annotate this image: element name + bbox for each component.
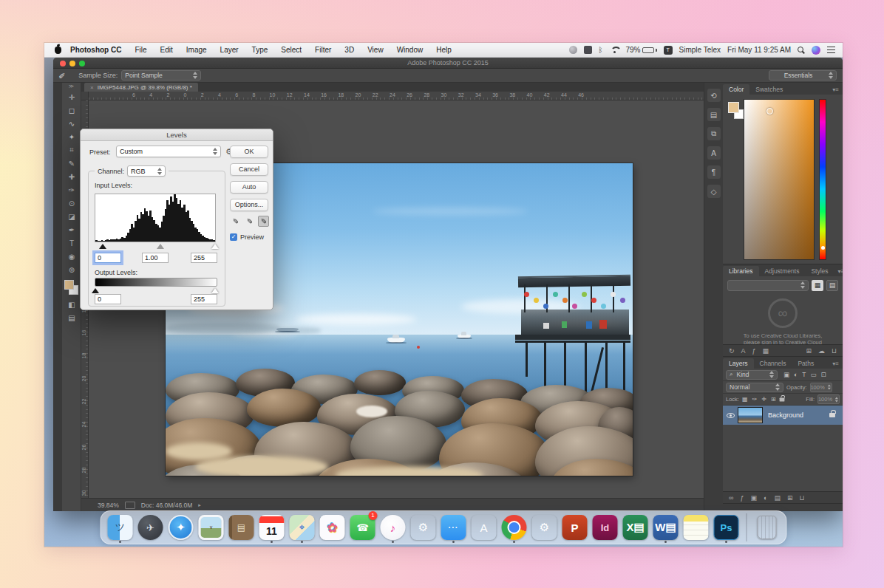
toolbar-collapse-icon[interactable]: ≫ <box>62 83 81 90</box>
screen-mode-icon[interactable]: ▤ <box>62 311 81 324</box>
dock-item-chrome[interactable] <box>501 513 528 542</box>
input-midtone-slider[interactable] <box>157 244 164 249</box>
layer-style-icon[interactable]: ƒ <box>740 494 744 502</box>
filter-smart-icon[interactable]: ⊡ <box>820 371 826 378</box>
panel-menu-icon[interactable]: ▾≡ <box>829 360 843 369</box>
lasso-tool-icon[interactable]: ∿ <box>62 117 81 130</box>
menu-select[interactable]: Select <box>281 46 302 54</box>
tab-adjustments[interactable]: Adjustments <box>759 266 806 276</box>
library-select-dropdown[interactable] <box>727 280 809 291</box>
siri-icon[interactable] <box>812 46 820 55</box>
type-tool-icon[interactable]: T <box>62 236 81 250</box>
clone-source-panel-icon[interactable]: ⧉ <box>707 127 721 140</box>
library-grid-view-button[interactable]: ▦ <box>812 280 823 291</box>
panel-foreground-swatch[interactable] <box>728 102 739 113</box>
wifi-icon[interactable] <box>610 47 619 54</box>
dock-item-trash[interactable] <box>754 513 781 542</box>
adjustment-layer-icon[interactable]: ◐ <box>764 494 767 502</box>
workspace-dropdown[interactable]: Essentials <box>769 70 837 81</box>
black-point-eyedropper-icon[interactable]: ✐ <box>230 216 241 227</box>
hue-slider[interactable] <box>819 99 826 260</box>
lock-pixels-icon[interactable]: ✑ <box>752 396 758 403</box>
sample-size-dropdown[interactable]: Point Sample <box>121 70 201 81</box>
add-library-icon[interactable]: ⊞ <box>806 347 812 355</box>
text-style-icon[interactable]: A <box>741 347 746 355</box>
dock-item-messages[interactable]: ··· <box>441 513 467 542</box>
output-shadow-slider[interactable] <box>92 288 99 293</box>
3d-panel-icon[interactable]: ◇ <box>707 185 721 198</box>
lock-all-icon[interactable] <box>779 397 784 401</box>
input-midtone-field[interactable] <box>142 253 169 263</box>
eraser-tool-icon[interactable]: ◪ <box>62 210 81 223</box>
channel-dropdown[interactable]: RGB <box>127 165 166 177</box>
dock-item-notes[interactable] <box>683 513 710 542</box>
spotlight-search-icon[interactable] <box>798 47 805 54</box>
dock-item-indesign[interactable]: Id <box>592 513 619 542</box>
status-app-icon-1[interactable] <box>569 46 577 54</box>
menu-app-name[interactable]: Photoshop CC <box>70 46 121 54</box>
options-button[interactable]: Options... <box>230 199 268 211</box>
eyedropper-tool-icon[interactable]: ✎ <box>62 157 81 170</box>
layer-mask-icon[interactable]: ▣ <box>750 494 757 502</box>
menu-image[interactable]: Image <box>186 46 207 54</box>
move-tool-icon[interactable]: ✛ <box>62 90 81 103</box>
preset-dropdown[interactable]: Custom <box>116 146 221 157</box>
dock-item-maps[interactable]: ⌖ <box>289 513 316 542</box>
tab-libraries[interactable]: Libraries <box>723 266 759 276</box>
dock-item-safari[interactable]: ✦ <box>168 513 194 542</box>
layer-visibility-toggle[interactable] <box>723 413 738 418</box>
input-shadow-slider[interactable] <box>99 244 106 249</box>
dock-item-system-preferences[interactable]: ⚙ <box>410 513 437 542</box>
zoom-level[interactable]: 39.84% <box>98 502 119 509</box>
menu-layer[interactable]: Layer <box>220 46 239 54</box>
quick-mask-icon[interactable]: ◧ <box>62 298 81 311</box>
menu-window[interactable]: Window <box>397 46 424 54</box>
output-highlight-slider[interactable] <box>211 288 219 293</box>
sync-icon[interactable]: ↻ <box>729 347 735 355</box>
color-picker-cursor[interactable] <box>766 108 773 114</box>
properties-panel-icon[interactable]: ▤ <box>707 108 721 121</box>
pen-tool-icon[interactable]: ✒ <box>62 223 81 236</box>
auto-button[interactable]: Auto <box>230 181 268 194</box>
blend-mode-dropdown[interactable]: Normal <box>726 383 783 392</box>
gray-point-eyedropper-icon[interactable]: ✐ <box>244 216 255 227</box>
tab-color[interactable]: Color <box>723 84 749 95</box>
clone-stamp-tool-icon[interactable]: ⊙ <box>62 196 81 210</box>
status-arrow-icon[interactable]: ▸ <box>198 502 201 508</box>
window-title-bar[interactable]: Adobe Photoshop CC 2015 <box>53 58 843 69</box>
tab-close-icon[interactable]: × <box>90 84 94 91</box>
dock-item-photoshop[interactable]: Ps <box>713 513 740 542</box>
dock-item-preview[interactable]: ᵛ <box>198 513 225 542</box>
input-highlight-slider[interactable] <box>211 244 219 249</box>
menu-edit[interactable]: Edit <box>160 46 173 54</box>
output-highlight-field[interactable] <box>191 294 217 304</box>
notification-center-icon[interactable] <box>827 47 835 53</box>
menu-type[interactable]: Type <box>252 46 268 54</box>
input-source-label[interactable]: Simple Telex <box>679 46 721 54</box>
layer-filter-dropdown[interactable]: ⌕ Kind <box>726 370 778 380</box>
dock-item-finder[interactable]: ツ <box>107 513 134 542</box>
horizontal-ruler[interactable]: 6420246810121416182022242628303234363840… <box>89 92 704 100</box>
levels-dialog-title[interactable]: Levels <box>81 129 273 141</box>
tab-layers[interactable]: Layers <box>723 358 754 369</box>
input-shadow-field[interactable] <box>95 253 121 263</box>
tab-paths[interactable]: Paths <box>792 358 820 369</box>
healing-brush-tool-icon[interactable]: ✚ <box>62 170 81 183</box>
path-select-tool-icon[interactable]: ◉ <box>62 250 81 263</box>
document-tab[interactable]: × IMGP5448.JPG @ 39.8% (RGB/8) * <box>84 83 198 92</box>
panel-menu-icon[interactable]: ▾≡ <box>834 268 843 276</box>
tab-channels[interactable]: Channels <box>754 358 792 369</box>
filter-type-icon[interactable]: T <box>802 371 806 378</box>
menu-clock[interactable]: Fri May 11 9:25 AM <box>727 46 791 54</box>
cloud-icon[interactable]: ☁ <box>818 347 825 355</box>
tab-styles[interactable]: Styles <box>805 266 834 276</box>
ok-button[interactable]: OK <box>230 146 268 158</box>
paragraph-panel-icon[interactable]: ¶ <box>707 165 721 179</box>
dock-item-launchpad[interactable]: ✈ <box>137 513 164 542</box>
grid-icon[interactable]: ▦ <box>763 347 769 355</box>
dock-item-contacts[interactable]: ▤ <box>228 513 255 542</box>
effects-icon[interactable]: ƒ <box>752 347 756 355</box>
zoom-tool-icon[interactable]: ⊕ <box>62 263 81 276</box>
eyedropper-option-icon[interactable]: ✎ <box>58 72 67 78</box>
lock-position-icon[interactable]: ✛ <box>761 396 766 403</box>
